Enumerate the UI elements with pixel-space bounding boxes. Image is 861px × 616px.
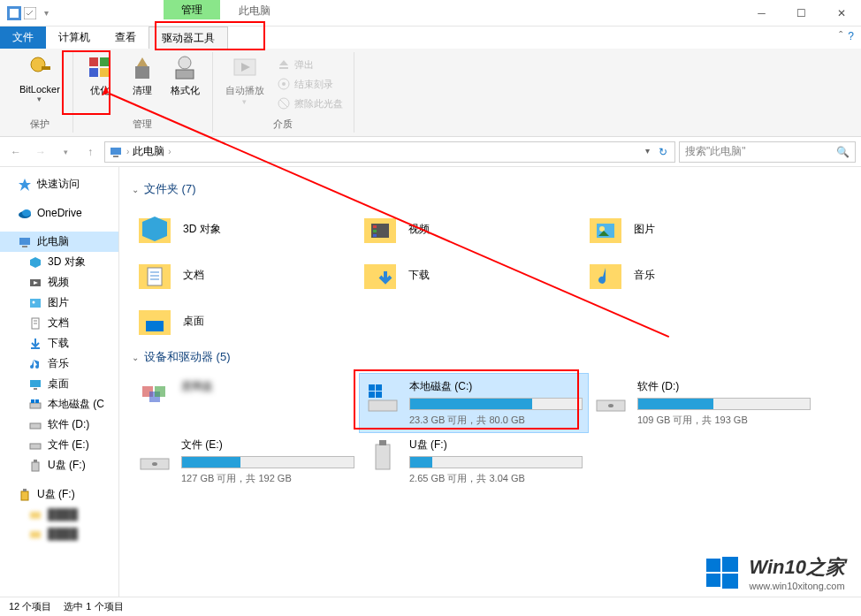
bitlocker-icon	[26, 54, 54, 82]
drive-udisk-f[interactable]: U盘 (F:) 2.65 GB 可用，共 3.04 GB	[360, 432, 588, 491]
drive-local-c[interactable]: 本地磁盘 (C:) 23.3 GB 可用，共 80.0 GB	[360, 374, 588, 432]
svg-rect-73	[369, 384, 375, 391]
search-icon[interactable]: 🔍	[836, 146, 850, 158]
svg-marker-22	[19, 179, 31, 191]
folder-desktop[interactable]: 桌面	[132, 298, 357, 344]
svg-line-19	[280, 100, 287, 107]
cleanup-button[interactable]: 清理	[123, 52, 162, 99]
sidebar-quick-access[interactable]: 快速访问	[0, 174, 118, 194]
section-folders[interactable]: ⌄ 文件夹 (7)	[132, 181, 849, 197]
breadcrumb-this-pc[interactable]: 此电脑	[133, 144, 164, 159]
close-button[interactable]: ✕	[821, 0, 861, 27]
svg-rect-15	[279, 67, 288, 69]
drive-stats: 2.65 GB 可用，共 3.04 GB	[409, 472, 583, 485]
sidebar-3d-objects[interactable]: 3D 对象	[0, 252, 118, 272]
svg-rect-68	[146, 321, 164, 331]
context-tab-manage: 管理	[164, 0, 220, 19]
sidebar-software-d[interactable]: 软件 (D:)	[0, 414, 118, 435]
drive-files-e[interactable]: 文件 (E:) 127 GB 可用，共 192 GB	[132, 432, 360, 491]
sidebar-pictures[interactable]: 图片	[0, 293, 118, 313]
cube-icon	[135, 209, 174, 248]
section-devices[interactable]: ⌄ 设备和驱动器 (5)	[132, 349, 849, 365]
minimize-button[interactable]: ─	[742, 0, 781, 27]
svg-rect-1	[10, 9, 19, 18]
ribbon-collapse-icon[interactable]: ˆ	[839, 30, 842, 42]
folder-pictures[interactable]: 图片	[583, 206, 808, 252]
qat-properties-icon[interactable]	[23, 6, 37, 20]
sidebar-this-pc[interactable]: 此电脑	[0, 232, 118, 252]
drive-label: 本地磁盘 (C:)	[409, 379, 583, 394]
dropdown-icon: ▾	[37, 95, 42, 103]
breadcrumb-sep-icon[interactable]: ›	[126, 147, 129, 156]
cube-icon	[28, 255, 42, 270]
svg-rect-84	[722, 557, 738, 572]
folder-downloads[interactable]: 下载	[357, 252, 583, 298]
sidebar-onedrive[interactable]: OneDrive	[0, 203, 118, 223]
sidebar-downloads[interactable]: 下载	[0, 333, 118, 354]
folder-music[interactable]: 音乐	[583, 252, 808, 298]
drive-icon	[28, 398, 42, 412]
svg-rect-44	[34, 460, 37, 462]
autoplay-button[interactable]: 自动播放 ▾	[220, 52, 270, 108]
sidebar-blur-item[interactable]: ████	[0, 505, 118, 524]
sidebar-files-e[interactable]: 文件 (E:)	[0, 435, 118, 455]
sidebar-udisk-f[interactable]: U盘 (F:)	[0, 455, 118, 475]
window-title: 此电脑	[239, 4, 270, 19]
folder-icon	[28, 527, 42, 541]
svg-rect-53	[373, 225, 377, 228]
svg-rect-83	[706, 559, 720, 572]
drive-label: 软件 (D:)	[637, 379, 811, 394]
nav-forward-button[interactable]: →	[30, 141, 51, 163]
optimize-button[interactable]: 优化	[80, 52, 119, 99]
svg-rect-45	[21, 491, 28, 500]
onedrive-icon	[18, 206, 32, 220]
folder-documents[interactable]: 文档	[132, 252, 357, 298]
nav-up-button[interactable]: ↑	[80, 141, 101, 163]
svg-point-11	[179, 57, 191, 69]
sidebar-blur-item[interactable]: ████	[0, 524, 118, 544]
desktop-folder-icon	[135, 301, 174, 340]
help-icon[interactable]: ?	[848, 30, 854, 42]
sidebar-udisk-f2[interactable]: U盘 (F:)	[0, 484, 118, 505]
nav-sidebar[interactable]: 快速访问 OneDrive 此电脑 3D 对象 视频 图片 文档	[0, 167, 119, 597]
svg-rect-9	[135, 66, 149, 79]
svg-point-31	[33, 300, 35, 303]
svg-marker-27	[30, 257, 41, 268]
folder-videos[interactable]: 视频	[357, 206, 583, 252]
bitlocker-button[interactable]: BitLocker ▾	[14, 52, 65, 105]
tab-computer[interactable]: 计算机	[46, 27, 103, 49]
sidebar-videos[interactable]: 视频	[0, 272, 118, 293]
breadcrumb-sep-icon[interactable]: ›	[168, 147, 171, 156]
sidebar-desktop[interactable]: 桌面	[0, 374, 118, 394]
nav-back-button[interactable]: ←	[5, 141, 27, 163]
content-pane[interactable]: ⌄ 文件夹 (7) 3D 对象 视频 图片 文档 下载	[119, 167, 861, 597]
sidebar-documents[interactable]: 文档	[0, 313, 118, 333]
svg-rect-55	[373, 234, 377, 237]
tab-view[interactable]: 查看	[103, 27, 149, 49]
search-input[interactable]: 搜索"此电脑" 🔍	[679, 141, 856, 163]
svg-rect-20	[110, 148, 121, 155]
refresh-icon[interactable]: ↻	[655, 146, 671, 158]
drive-stats: 127 GB 可用，共 192 GB	[181, 472, 354, 485]
os-drive-icon	[365, 379, 400, 414]
format-button[interactable]: 格式化	[165, 52, 205, 99]
drive-cloud[interactable]: 度网盘	[132, 374, 360, 432]
finish-burn-button[interactable]: 结束刻录	[273, 75, 347, 93]
sidebar-music[interactable]: 音乐	[0, 354, 118, 374]
svg-rect-10	[176, 70, 194, 79]
address-dropdown-icon[interactable]: ▾	[642, 146, 653, 158]
this-pc-icon	[18, 235, 32, 249]
tab-drive-tools[interactable]: 驱动器工具	[149, 27, 228, 49]
eject-button[interactable]: 弹出	[273, 56, 347, 73]
tab-file[interactable]: 文件	[0, 27, 46, 49]
nav-recent-button[interactable]: ▾	[55, 141, 76, 163]
drive-software-d[interactable]: 软件 (D:) 109 GB 可用，共 193 GB	[588, 374, 816, 432]
qat-dropdown-icon[interactable]: ▾	[39, 6, 53, 20]
svg-rect-8	[100, 68, 109, 77]
folder-3d-objects[interactable]: 3D 对象	[132, 206, 357, 252]
erase-disc-button[interactable]: 擦除此光盘	[273, 95, 347, 112]
burn-icon	[277, 77, 291, 91]
maximize-button[interactable]: ☐	[781, 0, 821, 27]
address-bar[interactable]: › 此电脑 › ▾ ↻	[104, 141, 675, 163]
sidebar-local-disk-c[interactable]: 本地磁盘 (C	[0, 394, 118, 414]
